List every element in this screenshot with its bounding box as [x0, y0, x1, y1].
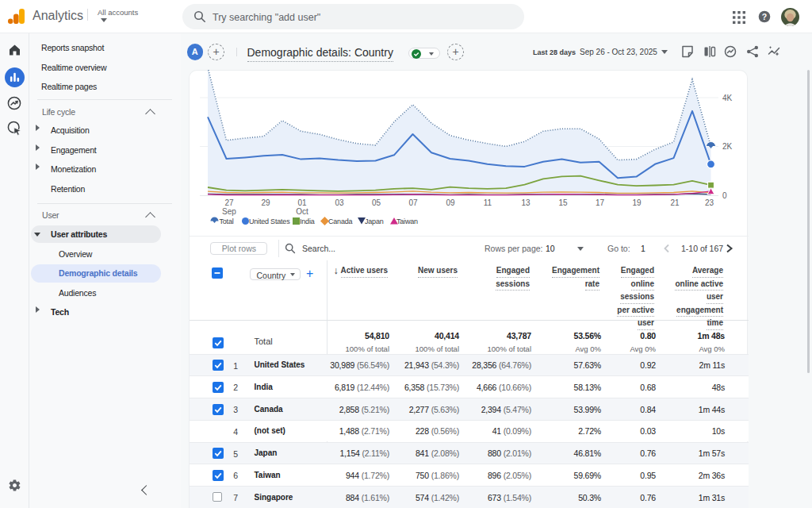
- svg-text:09: 09: [446, 198, 455, 207]
- svg-text:21: 21: [670, 198, 680, 207]
- svg-text:15: 15: [558, 198, 568, 207]
- svg-text:13: 13: [521, 198, 530, 207]
- svg-text:4K: 4K: [722, 94, 733, 102]
- svg-text:27: 27: [224, 198, 234, 207]
- svg-text:0: 0: [722, 191, 727, 200]
- svg-text:11: 11: [484, 198, 492, 207]
- svg-text:29: 29: [261, 198, 270, 207]
- svg-text:17: 17: [596, 198, 605, 207]
- svg-text:19: 19: [632, 198, 642, 207]
- svg-text:07: 07: [408, 198, 418, 207]
- svg-text:01: 01: [297, 198, 307, 207]
- svg-text:?: ?: [762, 12, 767, 21]
- svg-text:05: 05: [372, 198, 381, 207]
- svg-text:2K: 2K: [722, 142, 733, 151]
- svg-text:03: 03: [335, 198, 344, 207]
- svg-text:23: 23: [705, 198, 714, 207]
